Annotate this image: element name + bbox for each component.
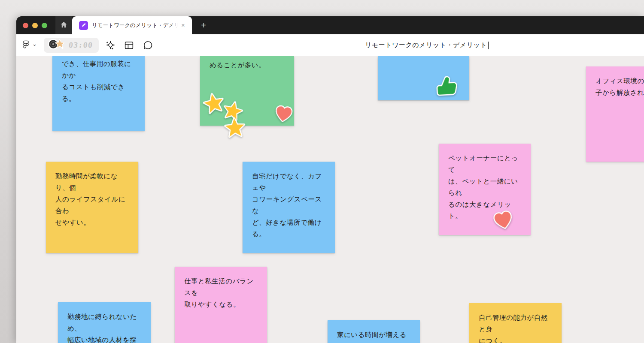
timer-widget[interactable]: 03:00 xyxy=(44,38,99,53)
sticky-note-selfmanagement[interactable]: 自己管理の能力が自然と身 につく。 xyxy=(469,303,562,343)
sticky-note-office[interactable]: オフィス環境のス 子から解放される xyxy=(586,66,644,162)
sticky-note-family[interactable]: 家にいる時間が増えるた め、家族と過ごす時間が増 xyxy=(328,320,420,343)
toolbar: ⌄ 03:00 xyxy=(16,34,644,56)
whiteboard-canvas[interactable]: でき、仕事用の服装にかか るコストも削減できる。 めることが多い。 オフィス環境… xyxy=(16,56,644,343)
traffic-lights xyxy=(23,16,47,34)
text-cursor xyxy=(488,42,489,49)
maximize-window-button[interactable] xyxy=(42,23,47,28)
sticky-note-text: 自宅だけでなく、カフェや コワーキングスペースな ど、好きな場所で働ける。 xyxy=(252,170,325,240)
ai-sparkle-button[interactable] xyxy=(102,37,118,53)
close-window-button[interactable] xyxy=(23,23,28,28)
main-menu-button[interactable]: ⌄ xyxy=(21,39,37,51)
desktop-background: リモートワークのメリット・デメリット ✕ + ⌄ xyxy=(0,0,644,343)
tab-title-wrap: リモートワークのメリット・デメリット xyxy=(92,21,178,29)
sticky-note-pets[interactable]: ペットオーナーにとって は、ペットと一緒にいられ るのは大きなメリット。 xyxy=(439,144,531,235)
templates-layout-button[interactable] xyxy=(121,37,137,53)
sticky-note-text: でき、仕事用の服装にかか るコストも削減できる。 xyxy=(62,58,135,104)
star-sticker[interactable] xyxy=(223,116,246,139)
figma-logo-icon xyxy=(21,39,30,51)
thumbs-up-sticker[interactable] xyxy=(434,73,460,99)
figjam-window: リモートワークのメリット・デメリット ✕ + ⌄ xyxy=(16,16,644,343)
sticky-note-balance[interactable]: 仕事と私生活のバランスを 取りやすくなる。 xyxy=(175,267,267,343)
home-icon xyxy=(60,21,68,30)
sticky-note-text: オフィス環境のス 子から解放される xyxy=(595,75,644,98)
chat-bubble-button[interactable] xyxy=(140,37,155,53)
sticky-note-text: 仕事と私生活のバランスを 取りやすくなる。 xyxy=(184,275,258,310)
new-tab-button[interactable]: + xyxy=(196,16,211,34)
tab-close-icon[interactable]: ✕ xyxy=(179,21,187,30)
heart-sticker[interactable] xyxy=(273,103,295,125)
sticky-note-text: 勤務時間が柔軟になり、個 人のライフスタイルに合わ せやすい。 xyxy=(55,170,129,228)
board-title-field[interactable]: リモートワークのメリット・デメリット xyxy=(365,34,489,56)
figjam-app-icon xyxy=(79,21,88,30)
sticky-note-hiring[interactable]: 勤務地に縛られないため、 幅広い地域の人材を採用で きる。 xyxy=(58,302,151,343)
sticky-note-text: 自己管理の能力が自然と身 につく。 xyxy=(479,312,552,343)
chevron-down-icon: ⌄ xyxy=(32,42,37,46)
title-bar: リモートワークのメリット・デメリット ✕ + xyxy=(16,16,644,34)
tab-figjam-board[interactable]: リモートワークのメリット・デメリット ✕ xyxy=(72,16,192,34)
timer-countdown-value: 03:00 xyxy=(68,41,93,49)
sticky-note-text: 勤務地に縛られないため、 幅広い地域の人材を採用で きる。 xyxy=(67,311,141,343)
sticky-note-text: めることが多い。 xyxy=(210,59,285,71)
sticky-note-workplace[interactable]: 自宅だけでなく、カフェや コワーキングスペースな ど、好きな場所で働ける。 xyxy=(243,162,335,253)
sticky-note-text: 家にいる時間が増えるた め、家族と過ごす時間が増 xyxy=(337,329,410,343)
sticky-note-flextime[interactable]: 勤務時間が柔軟になり、個 人のライフスタイルに合わ せやすい。 xyxy=(46,162,138,253)
minimize-window-button[interactable] xyxy=(32,23,38,28)
tab-title: リモートワークのメリット・デメリット xyxy=(92,21,178,29)
vinyl-record-icon xyxy=(47,38,66,52)
sticky-note-costs[interactable]: でき、仕事用の服装にかか るコストも削減できる。 xyxy=(52,56,145,131)
board-title-text: リモートワークのメリット・デメリット xyxy=(365,41,487,49)
home-button[interactable] xyxy=(55,16,72,34)
